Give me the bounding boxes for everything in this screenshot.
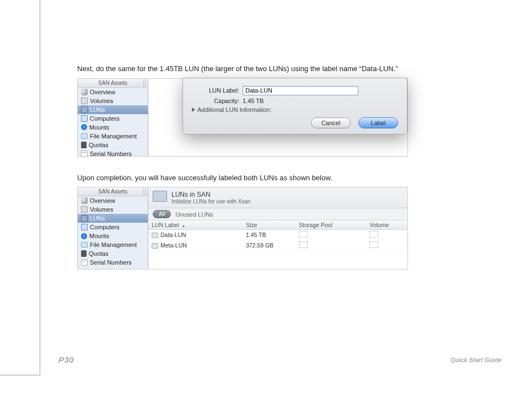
empty-cell-icon [299, 241, 308, 248]
luns-big-icon [153, 191, 167, 202]
person-icon [81, 250, 87, 257]
instruction-text-2: Upon completion, you will have successfu… [77, 173, 495, 183]
sidebar-item-label: Quotas [89, 142, 108, 148]
empty-cell-icon [369, 241, 378, 248]
info-icon: i [81, 233, 87, 239]
cell-size: 372.59 GB [243, 240, 296, 251]
sidebar-item-volumes[interactable]: Volumes [78, 205, 148, 214]
sidebar-item-label: File Management [90, 133, 137, 139]
sidebar-item-computers[interactable]: Computers [78, 223, 148, 231]
capacity-label: Capacity: [192, 98, 239, 104]
sidebar-header-label: SAN Assets [98, 80, 127, 86]
sidebar-item-luns[interactable]: LUNs [78, 105, 148, 114]
folder-icon [81, 133, 88, 139]
screenshot-luns-labeled: SAN Assets Overview Volumes LUNs Compute… [77, 187, 408, 270]
serial-icon [81, 150, 88, 157]
computer-icon [81, 115, 88, 122]
cell-volume [366, 230, 407, 240]
column-header-volume[interactable]: Volume [366, 220, 407, 230]
sidebar-item-label: Serial Numbers [90, 150, 132, 157]
column-header-size[interactable]: Size [243, 220, 296, 230]
table-row[interactable]: Meta-LUN 372.59 GB [148, 240, 407, 251]
cancel-button[interactable]: Cancel [311, 117, 351, 128]
column-header-storage-pool[interactable]: Storage Pool [296, 220, 366, 230]
screenshot-lun-label-dialog: SAN Assets Overview Volumes LUNs Compute… [77, 78, 408, 157]
sidebar-header: SAN Assets [78, 79, 148, 88]
filter-unused-luns[interactable]: Unused LUNs [175, 211, 213, 218]
sidebar-item-mounts[interactable]: iMounts [78, 231, 148, 240]
volume-icon [81, 98, 88, 104]
sidebar-item-label: Serial Numbers [90, 259, 132, 266]
cell-storage-pool [296, 240, 366, 251]
san-assets-sidebar: SAN Assets Overview Volumes LUNs Compute… [78, 187, 148, 269]
sidebar-resize-grip-icon[interactable] [143, 79, 147, 87]
cell-storage-pool [296, 230, 366, 240]
sidebar-item-mounts[interactable]: iMounts [78, 123, 148, 132]
sidebar-item-label: Mounts [89, 124, 109, 131]
serial-icon [81, 259, 88, 266]
lun-table: LUN Label▲ Size Storage Pool Volume Data… [148, 220, 407, 251]
cell-size: 1.45 TB [243, 230, 296, 240]
sidebar-item-label: Computers [90, 224, 120, 230]
lun-label-input[interactable] [243, 86, 358, 95]
label-button[interactable]: Label [358, 117, 398, 128]
sidebar-item-file-management[interactable]: File Management [78, 132, 148, 141]
capacity-value: 1.45 TB [243, 98, 264, 104]
additional-lun-info-disclosure[interactable]: Additional LUN Information: [192, 106, 398, 113]
volume-icon [81, 206, 88, 213]
info-icon: i [81, 124, 87, 130]
page-crop-horizontal [0, 375, 40, 375]
document-title: Quick Start Guide [450, 357, 502, 363]
lun-label-dialog: LUN Label: Capacity: 1.45 TB Additional … [183, 78, 407, 134]
sidebar-item-label: LUNs [90, 215, 105, 222]
folder-icon [81, 242, 88, 247]
empty-cell-icon [299, 231, 308, 238]
shield-icon [81, 197, 88, 204]
sidebar-item-label: File Management [90, 241, 137, 248]
disclosure-triangle-icon [192, 107, 195, 112]
sidebar-item-label: LUNs [90, 106, 105, 113]
sidebar-item-quotas[interactable]: Quotas [78, 249, 148, 258]
lun-row-icon [152, 243, 158, 249]
sidebar-item-label: Computers [90, 115, 120, 122]
sidebar-item-luns[interactable]: LUNs [78, 214, 148, 223]
lun-filter-bar: All Unused LUNs [148, 208, 407, 220]
sidebar-item-label: Quotas [89, 250, 108, 257]
lun-row-icon [152, 233, 158, 238]
sidebar-item-serial-numbers[interactable]: Serial Numbers [78, 149, 148, 158]
disclosure-label: Additional LUN Information: [197, 106, 272, 113]
sidebar-item-volumes[interactable]: Volumes [78, 96, 148, 105]
table-row[interactable]: Data-LUN 1.45 TB [148, 230, 407, 240]
shield-icon [81, 89, 88, 95]
san-assets-sidebar: SAN Assets Overview Volumes LUNs Compute… [78, 79, 148, 156]
sort-ascending-icon: ▲ [181, 223, 186, 228]
person-icon [81, 142, 87, 148]
sidebar-item-label: Overview [90, 89, 115, 95]
lun-label-field-label: LUN Label: [192, 87, 239, 94]
page-number: P30 [58, 355, 74, 364]
sidebar-item-label: Overview [90, 197, 115, 204]
column-header-lun-label[interactable]: LUN Label▲ [148, 220, 243, 230]
sidebar-header: SAN Assets [78, 187, 148, 196]
sidebar-item-label: Volumes [90, 206, 113, 213]
sidebar-item-overview[interactable]: Overview [78, 196, 148, 205]
sidebar-resize-grip-icon[interactable] [143, 188, 147, 195]
sidebar-item-overview[interactable]: Overview [78, 88, 148, 96]
sidebar-item-label: Mounts [89, 233, 109, 239]
lun-icon [81, 106, 88, 113]
cell-volume [366, 240, 407, 251]
instruction-text-1: Next, do the same for the 1.45TB LUN (th… [77, 64, 495, 74]
computer-icon [81, 224, 88, 230]
pane-title: LUNs in SAN [171, 191, 250, 198]
cell-lun-label: Data-LUN [160, 231, 186, 238]
page-crop-vertical [40, 0, 40, 375]
sidebar-item-serial-numbers[interactable]: Serial Numbers [78, 258, 148, 267]
sidebar-item-quotas[interactable]: Quotas [78, 141, 148, 149]
sidebar-item-computers[interactable]: Computers [78, 114, 148, 123]
sidebar-header-label: SAN Assets [98, 189, 127, 195]
filter-all-pill[interactable]: All [153, 210, 171, 218]
sidebar-item-label: Volumes [90, 98, 113, 104]
lun-icon [81, 215, 88, 222]
cell-lun-label: Meta-LUN [160, 242, 187, 249]
sidebar-item-file-management[interactable]: File Management [78, 240, 148, 249]
